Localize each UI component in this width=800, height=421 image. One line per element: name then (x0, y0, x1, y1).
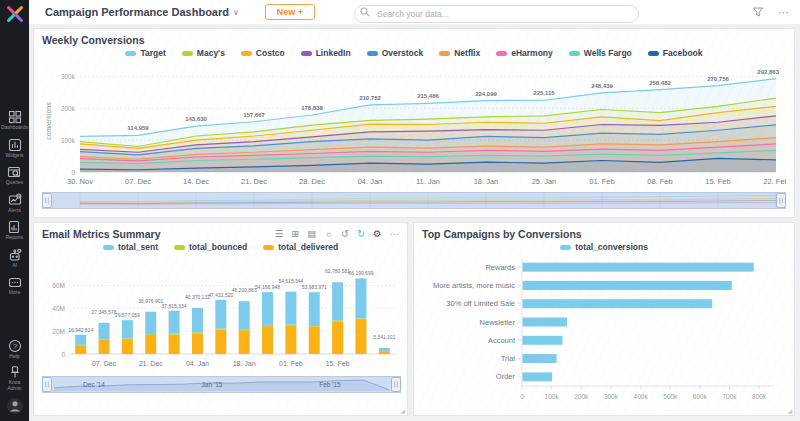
bar-segment[interactable] (332, 322, 343, 354)
legend-item[interactable]: eHarmony (496, 48, 553, 58)
bar-segment[interactable] (145, 335, 156, 354)
legend-item[interactable]: LinkedIn (301, 48, 351, 58)
bar-segment[interactable] (355, 320, 366, 354)
legend-item[interactable]: Macy's (182, 48, 225, 58)
top-campaigns-chart[interactable]: 0100k200k300k400k500k600k700k800kRewards… (422, 252, 788, 404)
resize-handle[interactable]: ◢ (400, 407, 405, 414)
bar-segment[interactable] (239, 329, 250, 330)
bar-segment[interactable] (285, 326, 296, 354)
bar-segment[interactable] (309, 292, 320, 325)
sidebar-item-queries[interactable]: Queries (6, 165, 24, 186)
history-icon[interactable]: ↺ (341, 229, 349, 239)
settings-gear-icon[interactable]: ⚙ (373, 229, 382, 239)
navigator-handle[interactable] (43, 194, 52, 208)
bar[interactable] (523, 354, 557, 363)
bar-segment[interactable] (379, 351, 390, 354)
bar-segment[interactable] (192, 308, 203, 332)
legend-item[interactable]: total_bounced (174, 242, 247, 252)
sisense-logo-icon[interactable] (5, 4, 25, 28)
bar-segment[interactable] (379, 348, 390, 351)
legend-item[interactable]: Target (125, 48, 165, 58)
bar-segment[interactable] (355, 278, 366, 318)
bar[interactable] (523, 263, 754, 272)
weekly-conversions-chart[interactable]: 0100k200k300kconversions30. Nov07. Dec14… (42, 58, 786, 188)
bar-segment[interactable] (355, 318, 366, 320)
bar[interactable] (523, 336, 563, 345)
sidebar-item-alerts[interactable]: Alerts (8, 193, 22, 214)
bar-segment[interactable] (285, 325, 296, 326)
dashboard-board: Weekly Conversions TargetMacy'sCostcoLin… (29, 24, 800, 421)
bar-segment[interactable] (192, 332, 203, 333)
legend-item[interactable]: Netflix (439, 48, 480, 58)
bar-segment[interactable] (99, 340, 110, 354)
search-input[interactable] (354, 5, 639, 23)
bar-segment[interactable] (192, 333, 203, 354)
sidebar-item-ai[interactable]: AI (8, 248, 22, 269)
bar-segment[interactable] (145, 334, 156, 335)
bar-segment[interactable] (99, 339, 110, 340)
bar-segment[interactable] (75, 335, 86, 345)
legend-item[interactable]: Overstock (367, 48, 424, 58)
bar[interactable] (523, 299, 713, 308)
bar-segment[interactable] (262, 292, 273, 325)
bar-segment[interactable] (239, 330, 250, 354)
new-button[interactable]: New + (265, 4, 315, 20)
bar-segment[interactable] (122, 320, 133, 338)
chart-type-icon[interactable]: ▤ (307, 229, 316, 239)
more-icon[interactable]: ⋯ (390, 229, 400, 239)
sidebar-item-dashboards[interactable]: Dashboards (1, 110, 28, 131)
bar-segment[interactable] (309, 326, 320, 354)
bar-segment[interactable] (99, 323, 110, 340)
navigator-handle[interactable] (392, 378, 401, 392)
bar[interactable] (523, 372, 553, 381)
bar-segment[interactable] (145, 312, 156, 334)
bar-segment[interactable] (215, 329, 226, 330)
bar[interactable] (523, 281, 732, 290)
legend-item[interactable]: total_sent (103, 242, 158, 252)
email-metrics-chart[interactable]: 020M40M60M16,942,81427,345,57629,577,059… (42, 252, 401, 372)
bar-segment[interactable] (262, 326, 273, 354)
bar-segment[interactable] (169, 311, 180, 334)
chevron-down-icon[interactable]: ∨ (233, 8, 239, 17)
dashboard-title[interactable]: Campaign Performance Dashboard (45, 6, 229, 18)
navigator-handle[interactable] (777, 194, 786, 208)
bar-segment[interactable] (122, 338, 133, 339)
sidebar-item-widgets[interactable]: Widgets (5, 138, 23, 159)
bar-segment[interactable] (332, 320, 343, 321)
legend-item[interactable]: Wells Fargo (569, 48, 632, 58)
bar-segment[interactable] (309, 325, 320, 326)
bar-segment[interactable] (215, 330, 226, 354)
top-campaigns-panel: Top Campaigns by Conversions total_conve… (413, 222, 795, 416)
legend-item[interactable]: total_conversions (560, 242, 648, 252)
legend-item[interactable]: Costco (241, 48, 285, 58)
bar-segment[interactable] (332, 282, 343, 320)
email-range-navigator[interactable]: Dec '14Jan '15Feb '15 (42, 376, 401, 393)
sidebar-item-knoa-admin[interactable]: Knoa Admin (2, 365, 28, 391)
bar-segment[interactable] (169, 334, 180, 335)
legend-item[interactable]: total_delivered (263, 242, 338, 252)
sidebar-item-more[interactable]: More (8, 275, 22, 296)
menu-icon[interactable]: ☰ (275, 229, 284, 239)
insights-bulb-icon[interactable]: ☼ (324, 229, 333, 239)
sidebar-item-reports[interactable]: Reports (6, 220, 24, 241)
svg-text:270,756: 270,756 (707, 76, 729, 82)
bar-segment[interactable] (239, 301, 250, 329)
svg-text:800k: 800k (752, 393, 767, 400)
bar[interactable] (523, 318, 567, 327)
bar-segment[interactable] (262, 325, 273, 326)
bar-segment[interactable] (122, 339, 133, 354)
user-avatar[interactable] (6, 397, 24, 415)
sidebar-item-help[interactable]: ? Help (8, 339, 22, 360)
bar-segment[interactable] (75, 345, 86, 354)
filter-icon[interactable] (752, 6, 764, 18)
bar-segment[interactable] (169, 335, 180, 354)
navigator-handle[interactable] (43, 378, 52, 392)
refresh-icon[interactable]: ↻ (357, 229, 365, 239)
more-options-icon[interactable]: ⋯ (778, 6, 790, 19)
bar-segment[interactable] (215, 300, 226, 329)
legend-item[interactable]: Facebook (648, 48, 703, 58)
bar-segment[interactable] (285, 292, 296, 325)
export-table-icon[interactable]: ⊞ (291, 229, 299, 239)
resize-handle[interactable]: ◢ (787, 407, 792, 414)
weekly-range-navigator[interactable] (42, 192, 786, 209)
